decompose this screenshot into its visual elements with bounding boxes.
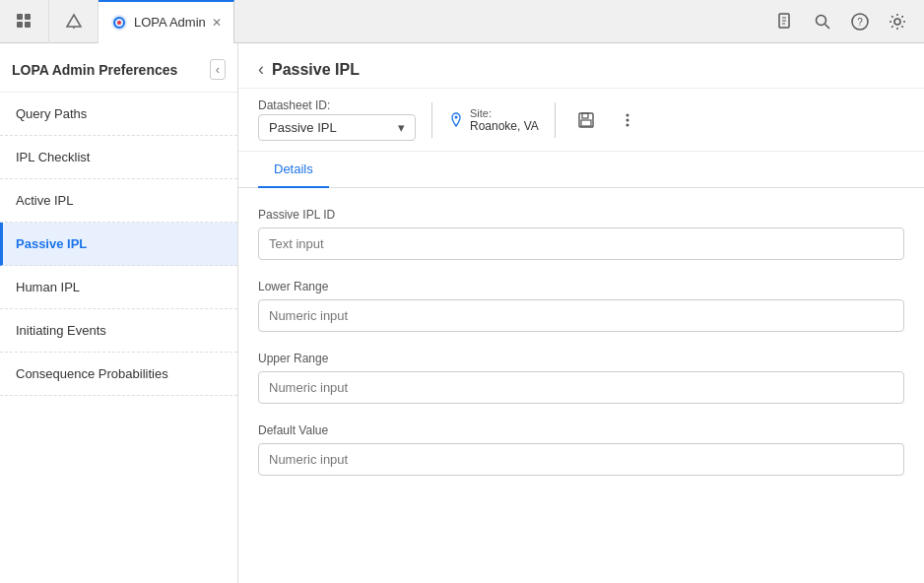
lopa-admin-icon <box>110 14 128 32</box>
form-group-default-value: Default Value <box>258 423 904 476</box>
lopa-admin-tab-label: LOPA Admin <box>134 15 206 30</box>
label-upper-range: Upper Range <box>258 352 904 365</box>
more-options-btn[interactable] <box>613 105 642 135</box>
sidebar-title: LOPA Admin Preferences <box>12 62 177 78</box>
form-group-passive-ipl-id: Passive IPL ID <box>258 208 904 260</box>
document-icon <box>776 13 794 31</box>
help-icon: ? <box>851 13 869 31</box>
svg-point-17 <box>894 19 900 25</box>
svg-point-22 <box>626 113 628 116</box>
input-passive-ipl-id[interactable] <box>258 227 904 260</box>
label-lower-range: Lower Range <box>258 280 904 293</box>
label-passive-ipl-id: Passive IPL ID <box>258 208 904 222</box>
sidebar-nav: Query Paths IPL Checklist Active IPL Pas… <box>0 93 237 396</box>
save-icon-btn[interactable] <box>571 105 601 135</box>
save-icon <box>577 111 595 129</box>
sidebar-item-initiating-events[interactable]: Initiating Events <box>0 309 237 353</box>
datasheet-label: Datasheet ID: <box>258 98 416 112</box>
svg-point-13 <box>817 15 826 25</box>
datasheet-dropdown[interactable]: Passive IPL ▾ <box>258 114 416 141</box>
tab-details[interactable]: Details <box>258 152 329 188</box>
tab-bar: LOPA Admin ✕ ? <box>0 0 924 43</box>
svg-rect-2 <box>17 22 23 28</box>
search-icon-btn[interactable] <box>806 5 839 38</box>
sidebar-header: LOPA Admin Preferences ‹ <box>0 43 237 93</box>
active-ipl-label: Active IPL <box>16 193 74 208</box>
datasheet-value: Passive IPL <box>269 120 392 135</box>
content-header: ‹ Passive IPL <box>238 43 924 89</box>
sidebar-collapse-btn[interactable]: ‹ <box>210 59 226 80</box>
dashboard-icon <box>16 13 33 31</box>
form-area: Passive IPL ID Lower Range Upper Range D… <box>238 188 924 583</box>
tree-tab-btn[interactable] <box>49 0 99 43</box>
site-label: Site: <box>470 107 539 119</box>
label-default-value: Default Value <box>258 423 904 437</box>
svg-rect-0 <box>17 14 23 20</box>
content-area: ‹ Passive IPL Datasheet ID: Passive IPL … <box>238 43 924 583</box>
svg-rect-21 <box>581 120 591 126</box>
query-paths-label: Query Paths <box>16 106 87 121</box>
svg-rect-1 <box>25 14 31 20</box>
input-upper-range[interactable] <box>258 371 904 404</box>
svg-rect-3 <box>25 22 31 28</box>
ipl-checklist-label: IPL Checklist <box>16 150 90 164</box>
initiating-events-label: Initiating Events <box>16 323 106 338</box>
lopa-admin-tab[interactable]: LOPA Admin ✕ <box>99 0 234 43</box>
svg-text:?: ? <box>857 17 863 28</box>
input-default-value[interactable] <box>258 443 904 476</box>
svg-point-23 <box>626 118 628 121</box>
search-icon <box>814 13 831 31</box>
sidebar-item-human-ipl[interactable]: Human IPL <box>0 266 237 309</box>
document-icon-btn[interactable] <box>768 5 802 38</box>
sidebar-item-consequence-prob[interactable]: Consequence Probabilities <box>0 353 237 396</box>
help-icon-btn[interactable]: ? <box>843 5 877 38</box>
tab-details-label: Details <box>274 162 313 176</box>
sidebar-item-query-paths[interactable]: Query Paths <box>0 93 237 136</box>
settings-icon-btn[interactable] <box>881 5 914 38</box>
svg-point-8 <box>117 21 121 25</box>
human-ipl-label: Human IPL <box>16 280 80 294</box>
svg-marker-4 <box>67 15 81 27</box>
close-tab-btn[interactable]: ✕ <box>212 16 222 30</box>
sidebar-item-ipl-checklist[interactable]: IPL Checklist <box>0 136 237 179</box>
input-lower-range[interactable] <box>258 299 904 332</box>
toolbar-divider-2 <box>555 102 556 138</box>
form-group-lower-range: Lower Range <box>258 280 904 332</box>
page-title: Passive IPL <box>272 61 360 79</box>
dropdown-arrow-icon: ▾ <box>398 120 405 135</box>
tree-icon <box>65 13 83 31</box>
svg-rect-20 <box>582 113 588 118</box>
settings-icon <box>889 13 906 31</box>
site-name: Roanoke, VA <box>470 119 539 133</box>
toolbar-divider <box>431 102 432 138</box>
svg-line-14 <box>825 24 830 29</box>
consequence-prob-label: Consequence Probabilities <box>16 366 168 381</box>
svg-point-18 <box>455 115 458 118</box>
top-right-icons: ? <box>768 5 924 38</box>
location-icon <box>448 112 464 128</box>
sidebar: LOPA Admin Preferences ‹ Query Paths IPL… <box>0 43 238 583</box>
content-tabs: Details <box>238 152 924 188</box>
main-layout: LOPA Admin Preferences ‹ Query Paths IPL… <box>0 43 924 583</box>
sidebar-item-active-ipl[interactable]: Active IPL <box>0 179 237 223</box>
back-btn[interactable]: ‹ <box>258 59 264 80</box>
more-options-icon <box>619 111 636 129</box>
content-toolbar: Datasheet ID: Passive IPL ▾ Site: Roanok… <box>238 89 924 152</box>
passive-ipl-label: Passive IPL <box>16 236 87 251</box>
sidebar-item-passive-ipl[interactable]: Passive IPL <box>0 223 237 266</box>
site-info: Site: Roanoke, VA <box>448 107 539 133</box>
form-group-upper-range: Upper Range <box>258 352 904 404</box>
dashboard-tab-btn[interactable] <box>0 0 49 43</box>
svg-point-24 <box>626 123 628 126</box>
